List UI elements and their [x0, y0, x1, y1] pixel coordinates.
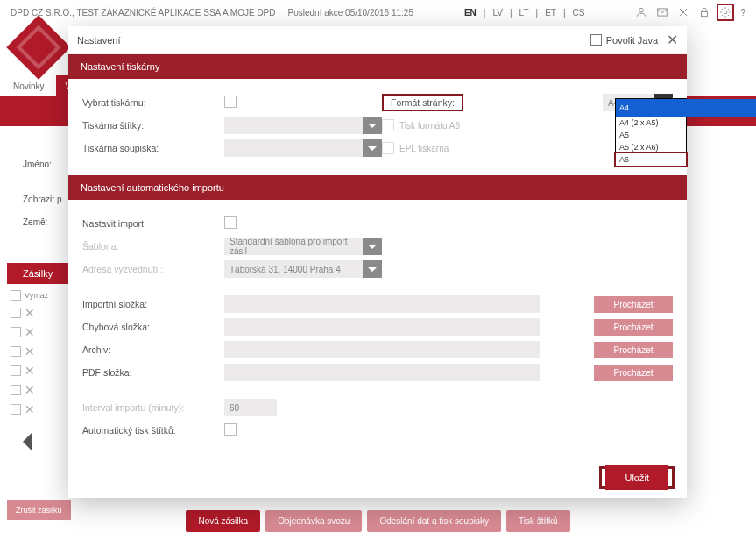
- scroll-left-icon[interactable]: [23, 433, 32, 450]
- import-folder-label: Importní složka:: [82, 299, 224, 309]
- lang-lv[interactable]: LV: [492, 8, 503, 18]
- chevron-down-icon[interactable]: [363, 260, 382, 278]
- a6-print-label: Tisk formátu A6: [399, 121, 460, 131]
- pickup-address-label: Adresa vyzvednutí :: [82, 264, 224, 274]
- browse-archive-button[interactable]: Procházet: [594, 342, 673, 358]
- language-switcher: EN| LV| LT| ET| CS: [413, 8, 635, 18]
- epl-printer-label: EPL tiskárna: [399, 144, 449, 153]
- bg-table: Vymaz ✕ ✕ ✕ ✕ ✕ ✕: [11, 287, 72, 419]
- section-import-header: Nastavení automatického importu: [68, 175, 687, 200]
- close-icon[interactable]: [677, 6, 689, 18]
- page-format-label: Formát stránky:: [382, 94, 463, 111]
- chevron-down-icon[interactable]: [363, 238, 382, 255]
- interval-label: Interval importu (minuty):: [82, 402, 224, 413]
- printer-labels-select[interactable]: [224, 117, 364, 134]
- lock-icon[interactable]: [698, 6, 710, 18]
- pdf-folder-label: PDF složka:: [82, 367, 224, 378]
- new-shipment-button[interactable]: Nová zásilka: [186, 510, 260, 532]
- allow-java-label: Povolit Java: [606, 35, 658, 46]
- epl-printer-checkbox[interactable]: [382, 142, 394, 154]
- template-select[interactable]: Standardní šablona pro import zásil: [224, 238, 364, 255]
- select-printer-checkbox[interactable]: [224, 96, 237, 108]
- bg-row-label: Vymaz: [25, 291, 48, 300]
- lang-lt[interactable]: LT: [519, 8, 529, 18]
- send-data-button[interactable]: Odeslání dat a tisk soupisky: [367, 510, 501, 532]
- auto-print-checkbox[interactable]: [224, 423, 237, 436]
- chevron-down-icon[interactable]: [363, 117, 382, 134]
- lang-en[interactable]: EN: [464, 8, 477, 18]
- auto-print-label: Automatický tisk štítků:: [82, 425, 224, 436]
- set-import-checkbox[interactable]: [224, 216, 237, 229]
- import-folder-input[interactable]: [224, 295, 540, 313]
- error-folder-label: Chybová složka:: [82, 322, 224, 332]
- last-action: Poslední akce 05/10/2016 11:25: [288, 8, 413, 18]
- format-option-a5[interactable]: A5: [616, 129, 686, 141]
- pdf-folder-input[interactable]: [224, 364, 540, 381]
- archive-label: Archiv:: [82, 344, 224, 355]
- mail-icon[interactable]: [656, 6, 668, 18]
- format-option-a4[interactable]: A4: [616, 99, 756, 117]
- set-import-label: Nastavit import:: [82, 218, 224, 229]
- save-button[interactable]: Uložit: [605, 465, 668, 490]
- company-name: DPD CZ S.R.O., TEST ZÁKAZNICKÉ APLIKACE …: [11, 8, 276, 18]
- browse-import-button[interactable]: Procházet: [594, 296, 673, 313]
- lang-cs[interactable]: CS: [573, 8, 585, 18]
- template-label: Šablona:: [82, 241, 224, 252]
- format-option-a5-2a6[interactable]: A5 (2 x A6): [616, 141, 686, 153]
- pickup-address-select[interactable]: Táborská 31, 14000 Praha 4: [224, 260, 364, 278]
- svg-rect-1: [658, 9, 668, 16]
- browse-pdf-button[interactable]: Procházet: [594, 365, 673, 381]
- help-icon[interactable]: ?: [740, 8, 745, 18]
- pickup-order-button[interactable]: Objednávka svozu: [265, 510, 362, 532]
- page-format-dropdown: A4 A4 (2 x A5) A5 A5 (2 x A6) A6: [615, 98, 687, 167]
- printer-list-label: Tiskárna soupiska:: [82, 143, 224, 153]
- allow-java-checkbox[interactable]: [590, 34, 602, 46]
- dpd-logo: [6, 15, 71, 80]
- bg-label-show: Zobrazit p: [23, 195, 61, 204]
- interval-input[interactable]: 60: [224, 399, 277, 416]
- chevron-down-icon[interactable]: [363, 139, 382, 157]
- tab-news[interactable]: Novinky: [4, 75, 54, 96]
- format-option-a4-2a5[interactable]: A4 (2 x A5): [616, 117, 686, 129]
- a6-print-checkbox[interactable]: [382, 119, 394, 131]
- printer-list-select[interactable]: [224, 139, 364, 157]
- select-printer-label: Vybrat tiskárnu:: [82, 97, 224, 108]
- error-folder-input[interactable]: [224, 318, 540, 336]
- format-option-a6[interactable]: A6: [616, 153, 686, 166]
- modal-title: Nastavení: [77, 35, 121, 46]
- lang-et[interactable]: ET: [545, 8, 556, 18]
- print-labels-button[interactable]: Tisk štítků: [506, 510, 570, 532]
- settings-icon[interactable]: [719, 6, 731, 18]
- modal-close-button[interactable]: ✕: [667, 32, 678, 48]
- section-printer-header: Nastavení tiskárny: [68, 54, 687, 79]
- user-icon[interactable]: [635, 6, 647, 18]
- save-highlight: Uložit: [599, 466, 675, 489]
- svg-point-3: [724, 11, 728, 14]
- browse-error-button[interactable]: Procházet: [594, 319, 673, 336]
- svg-rect-2: [702, 11, 708, 16]
- svg-point-0: [639, 8, 644, 12]
- settings-modal: Nastavení Povolit Java ✕ Nastavení tiská…: [68, 26, 687, 498]
- printer-labels-label: Tiskárna štítky:: [82, 120, 224, 131]
- archive-input[interactable]: [224, 341, 540, 358]
- bg-label-country: Země:: [23, 217, 47, 227]
- bg-label-name: Jméno:: [23, 160, 52, 169]
